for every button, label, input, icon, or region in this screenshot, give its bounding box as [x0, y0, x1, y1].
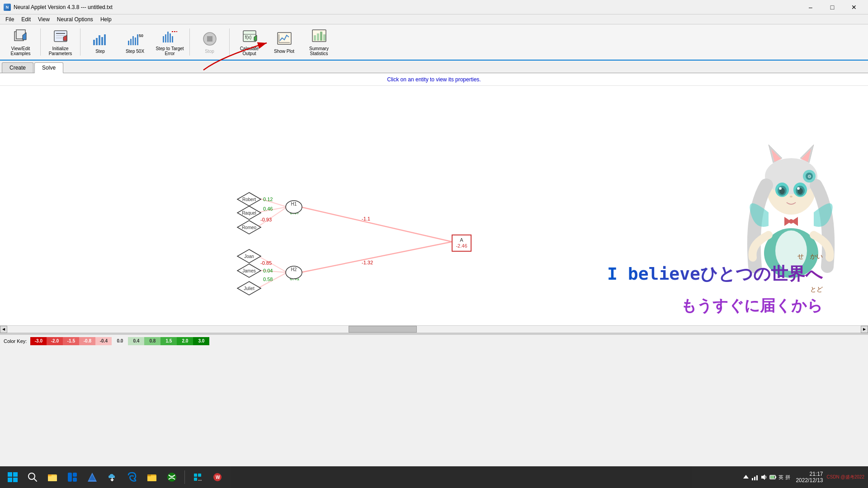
menu-neural-options[interactable]: Neural Options — [53, 15, 97, 23]
step-target-button[interactable]: Step to Target Error — [153, 26, 187, 58]
svg-text:Romeo: Romeo — [242, 225, 257, 230]
file-explorer-taskbar[interactable] — [43, 468, 61, 486]
svg-rect-104 — [13, 478, 18, 482]
sep4 — [229, 28, 230, 56]
summary-stats-label: Summary Statistics — [304, 46, 334, 56]
scroll-track[interactable] — [7, 326, 861, 333]
step-button[interactable]: Step — [83, 26, 117, 58]
show-plot-button[interactable]: Show Plot — [267, 26, 301, 58]
calc-output-label: Calculate Output — [234, 46, 264, 56]
svg-rect-37 — [320, 32, 322, 41]
tab-create[interactable]: Create — [2, 62, 33, 73]
search-taskbar[interactable] — [24, 468, 42, 486]
color-seg-9: 2.0 — [177, 337, 193, 345]
clock-time: 21:17 — [796, 471, 823, 477]
info-bar: Click on an entity to view its propertie… — [0, 73, 868, 86]
volume-icon[interactable] — [760, 474, 768, 481]
svg-text:0.46: 0.46 — [263, 206, 273, 211]
app-extra1[interactable]: ••• — [189, 468, 207, 486]
tab-solve[interactable]: Solve — [34, 62, 63, 73]
svg-line-48 — [301, 242, 452, 272]
color-seg-1: -2.0 — [47, 337, 63, 345]
minimize-button[interactable]: – — [800, 0, 821, 14]
xbox-taskbar[interactable] — [163, 468, 181, 486]
svg-text:f(x): f(x) — [245, 35, 251, 40]
battery-icon[interactable] — [769, 474, 777, 481]
menu-view[interactable]: View — [34, 15, 53, 23]
folder-taskbar[interactable] — [143, 468, 161, 486]
svg-text:•••: ••• — [198, 478, 202, 482]
calc-icon: f(x) — [241, 28, 258, 44]
svg-rect-101 — [8, 472, 12, 477]
svg-point-119 — [167, 473, 176, 482]
svg-rect-14 — [130, 39, 132, 45]
svg-text:-1.1: -1.1 — [362, 216, 370, 221]
color-seg-5: 0.0 — [112, 337, 128, 345]
svg-text:A: A — [460, 237, 463, 243]
svg-rect-120 — [194, 474, 197, 477]
window-controls: – □ ✕ — [800, 0, 864, 14]
step-icon — [92, 31, 108, 47]
svg-rect-110 — [68, 473, 72, 482]
apps-taskbar[interactable] — [63, 468, 81, 486]
step50x-button[interactable]: 50X Step 50X — [118, 26, 152, 58]
taskbar: ••• W 英 拼 21:17 2022/12/13 — [0, 466, 868, 488]
step-target-label: Step to Target Error — [155, 46, 185, 56]
color-key-bar: Color Key: -3.0 -2.0 -1.5 -0.8 -0.4 0.0 … — [0, 334, 868, 347]
svg-rect-19 — [163, 36, 164, 42]
app-extra2[interactable]: W — [208, 468, 226, 486]
sep3 — [189, 28, 190, 56]
svg-rect-108 — [48, 476, 57, 481]
network-icon[interactable] — [751, 474, 759, 481]
summary-stats-button[interactable]: Summary Statistics — [302, 26, 336, 58]
close-button[interactable]: ✕ — [844, 0, 864, 14]
svg-rect-122 — [194, 478, 197, 481]
app4-taskbar[interactable] — [83, 468, 101, 486]
svg-text:H1: H1 — [291, 202, 297, 206]
h-scrollbar[interactable]: ◀ ▶ — [0, 325, 868, 333]
color-seg-7: 0.8 — [144, 337, 160, 345]
svg-text:-0.93: -0.93 — [260, 217, 272, 222]
svg-line-106 — [34, 479, 37, 481]
view-edit-button[interactable]: View/Edit Examples — [4, 26, 38, 58]
svg-text:-2.46: -2.46 — [456, 243, 467, 249]
info-text: Click on an entity to view its propertie… — [387, 76, 481, 83]
calc-output-button[interactable]: f(x) Calculate Output — [232, 26, 266, 58]
svg-text:H2: H2 — [291, 267, 297, 272]
chevron-up-icon[interactable] — [742, 474, 750, 481]
svg-rect-12 — [104, 34, 106, 45]
svg-rect-24 — [172, 36, 173, 42]
scroll-right-btn[interactable]: ▶ — [861, 326, 868, 333]
taskbar-clock[interactable]: 21:17 2022/12/13 — [796, 471, 823, 483]
init-params-button[interactable]: Initialize Parameters — [43, 26, 77, 58]
scroll-left-btn[interactable]: ◀ — [0, 326, 7, 333]
svg-rect-10 — [99, 35, 100, 45]
svg-rect-102 — [13, 472, 18, 477]
step-target-icon — [162, 28, 178, 44]
step-label: Step — [95, 49, 105, 54]
color-seg-4: -0.4 — [95, 337, 112, 345]
anime-character: ⚙ — [741, 122, 841, 280]
svg-rect-20 — [165, 34, 166, 42]
menu-help[interactable]: Help — [97, 15, 115, 23]
scroll-thumb[interactable] — [349, 326, 417, 333]
init-params-label: Initialize Parameters — [45, 46, 75, 56]
edge-taskbar[interactable] — [123, 468, 141, 486]
menu-bar: File Edit View Neural Options Help — [0, 14, 868, 24]
color-seg-0: -3.0 — [30, 337, 47, 345]
svg-text:James: James — [242, 268, 255, 273]
svg-text:50X: 50X — [139, 33, 143, 38]
show-plot-label: Show Plot — [274, 49, 294, 54]
svg-rect-103 — [8, 478, 12, 482]
csdn-watermark: CSDN @盛考2022 — [826, 474, 864, 480]
start-button[interactable] — [4, 468, 22, 486]
stop-icon — [202, 31, 218, 47]
ime-indicator2: 拼 — [785, 474, 790, 481]
maximize-button[interactable]: □ — [822, 0, 843, 14]
svg-text:Juliet: Juliet — [244, 286, 255, 291]
svg-rect-16 — [135, 38, 136, 45]
menu-edit[interactable]: Edit — [18, 15, 34, 23]
menu-file[interactable]: File — [2, 15, 18, 23]
app5-taskbar[interactable] — [103, 468, 121, 486]
svg-rect-112 — [73, 478, 77, 482]
